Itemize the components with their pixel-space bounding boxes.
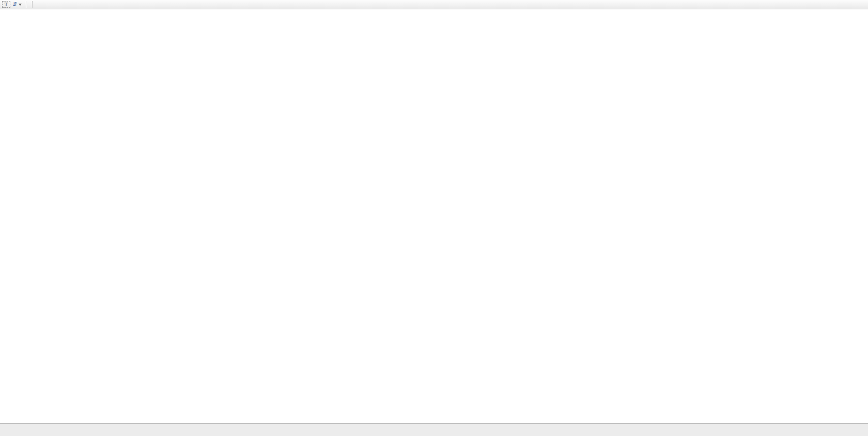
chart-tabs-bar bbox=[0, 423, 868, 436]
arrows-tool-icon: ⇵ bbox=[12, 2, 17, 7]
toolbar: T ⇵ bbox=[0, 0, 868, 9]
price-chart bbox=[0, 9, 868, 423]
toolbar-separator bbox=[26, 1, 27, 8]
text-tool-icon: T bbox=[5, 2, 8, 7]
text-tool-button[interactable]: T bbox=[2, 1, 10, 8]
toolbar-separator bbox=[32, 1, 33, 8]
arrows-tool-button[interactable]: ⇵ bbox=[11, 1, 23, 8]
dropdown-caret-icon bbox=[19, 4, 22, 6]
